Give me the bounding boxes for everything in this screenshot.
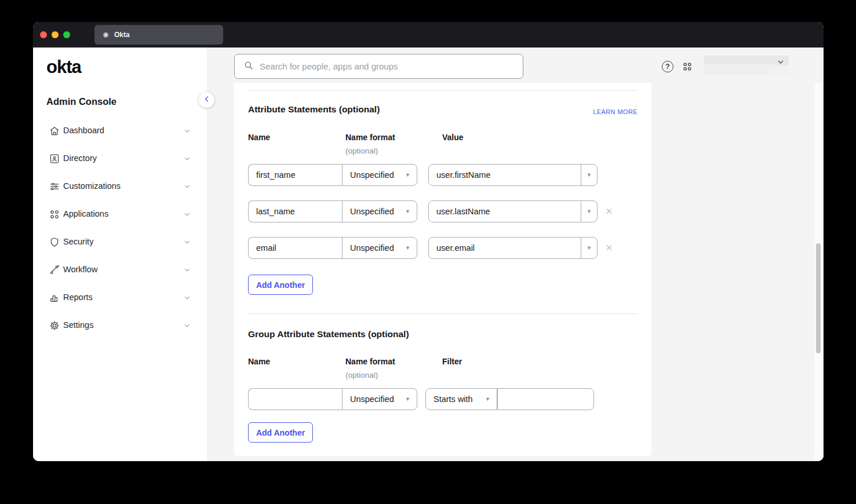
remove-row-icon[interactable]: ✕ <box>603 237 615 259</box>
combobox-arrow-button[interactable]: ▼ <box>581 201 597 222</box>
add-another-attribute-button[interactable]: Add Another <box>248 275 313 295</box>
attribute-row: Unspecified ▼ ▼ ✕ <box>234 237 651 259</box>
chevron-down-icon <box>183 126 192 136</box>
search-input[interactable] <box>260 61 523 71</box>
attribute-value-input[interactable] <box>429 165 581 185</box>
user-menu-chevron-icon[interactable] <box>776 57 785 67</box>
apps-grid-icon[interactable] <box>682 61 693 72</box>
home-icon <box>49 125 60 137</box>
column-header-optional-note: (optional) <box>345 147 378 155</box>
dropdown-arrow-icon: ▼ <box>405 172 410 178</box>
search-icon <box>243 60 254 73</box>
group-attribute-statements-title: Group Attribute Statements (optional) <box>248 329 409 339</box>
sidebar-item-settings[interactable]: Settings <box>33 312 207 339</box>
directory-icon <box>49 153 60 165</box>
sidebar-item-directory[interactable]: Directory <box>33 145 207 173</box>
section-divider <box>248 313 638 314</box>
chevron-down-icon <box>183 182 192 191</box>
name-format-select[interactable]: Unspecified ▼ <box>342 200 417 222</box>
attribute-name-input[interactable] <box>248 237 343 259</box>
dropdown-arrow-icon: ▼ <box>405 209 410 214</box>
redacted-user-detail <box>768 67 789 75</box>
chevron-down-icon <box>183 321 192 330</box>
column-header-value: Value <box>442 133 464 142</box>
sidebar-item-workflow[interactable]: Workflow <box>33 256 207 284</box>
zoom-window-button[interactable] <box>63 31 70 38</box>
add-another-group-attribute-button[interactable]: Add Another <box>248 422 313 443</box>
select-value: Unspecified <box>350 207 394 216</box>
name-format-select[interactable]: Unspecified ▼ <box>342 237 417 259</box>
dropdown-arrow-icon: ▼ <box>405 396 410 402</box>
section-divider <box>248 90 638 91</box>
dropdown-arrow-icon: ▼ <box>405 245 410 251</box>
sidebar-item-label: Dashboard <box>63 126 104 135</box>
dropdown-arrow-icon: ▼ <box>587 245 592 251</box>
name-format-select[interactable]: Unspecified ▼ <box>342 164 417 186</box>
value-combobox[interactable]: ▼ <box>428 164 598 186</box>
chevron-down-icon <box>183 154 192 163</box>
sliders-icon <box>49 181 60 192</box>
combobox-arrow-button[interactable]: ▼ <box>581 238 597 258</box>
dropdown-arrow-icon: ▼ <box>587 209 592 214</box>
help-icon[interactable]: ? <box>662 61 673 72</box>
desktop-background: ✺ Okta okta Admin Console Dashboard <box>0 0 856 504</box>
redacted-user-org <box>704 64 777 75</box>
sidebar-item-label: Workflow <box>63 265 97 274</box>
sidebar-item-label: Applications <box>63 209 108 218</box>
sidebar-item-label: Security <box>63 237 93 246</box>
dropdown-arrow-icon: ▼ <box>587 172 592 178</box>
value-combobox[interactable]: ▼ <box>428 200 598 222</box>
sidebar-item-label: Reports <box>63 293 93 302</box>
sidebar-item-customizations[interactable]: Customizations <box>33 173 207 200</box>
top-header: ? <box>207 48 824 83</box>
sidebar-item-security[interactable]: Security <box>33 228 207 256</box>
okta-logo: okta <box>46 57 81 78</box>
scrollbar-thumb[interactable] <box>816 243 821 353</box>
sidebar: okta Admin Console Dashboard Directory <box>33 48 207 461</box>
learn-more-link[interactable]: LEARN MORE <box>593 108 638 115</box>
collapse-sidebar-button[interactable] <box>199 92 214 108</box>
select-value: Unspecified <box>350 243 394 253</box>
group-attribute-row: Unspecified ▼ Starts with ▼ <box>234 388 651 410</box>
sidebar-item-dashboard[interactable]: Dashboard <box>33 117 207 145</box>
main-area: ? Attribute Stateme <box>207 48 824 461</box>
scrollbar-track[interactable] <box>814 83 822 461</box>
attribute-name-input[interactable] <box>248 164 343 186</box>
chevron-down-icon <box>183 210 192 219</box>
bar-chart-icon <box>49 292 60 304</box>
close-window-button[interactable] <box>40 31 47 38</box>
browser-window: ✺ Okta okta Admin Console Dashboard <box>33 22 824 461</box>
name-format-select[interactable]: Unspecified ▼ <box>342 388 417 410</box>
okta-favicon-icon: ✺ <box>103 31 109 39</box>
filter-value-input[interactable] <box>497 388 594 410</box>
value-combobox[interactable]: ▼ <box>428 237 598 259</box>
gear-icon <box>49 320 60 331</box>
filter-type-select[interactable]: Starts with ▼ <box>425 388 497 410</box>
select-value: Unspecified <box>350 395 394 404</box>
attribute-statements-title: Attribute Statements (optional) <box>248 104 380 115</box>
attribute-row: Unspecified ▼ ▼ <box>234 164 651 186</box>
dropdown-arrow-icon: ▼ <box>485 396 490 402</box>
sidebar-item-applications[interactable]: Applications <box>33 200 207 228</box>
select-value: Unspecified <box>350 170 394 180</box>
attribute-value-input[interactable] <box>429 238 581 258</box>
group-attribute-name-input[interactable] <box>248 388 343 410</box>
combobox-arrow-button[interactable]: ▼ <box>581 165 597 185</box>
sidebar-nav: Dashboard Directory Customizations <box>33 117 207 339</box>
sidebar-item-reports[interactable]: Reports <box>33 284 207 312</box>
column-header-name: Name <box>248 357 270 366</box>
browser-tab[interactable]: ✺ Okta <box>94 25 223 45</box>
global-search[interactable] <box>234 54 523 79</box>
chevron-down-icon <box>183 238 192 247</box>
minimize-window-button[interactable] <box>52 31 59 38</box>
chevron-down-icon <box>183 265 192 275</box>
admin-console-title: Admin Console <box>46 96 116 107</box>
chevron-left-icon <box>203 95 211 105</box>
sidebar-item-label: Customizations <box>63 181 121 191</box>
attribute-name-input[interactable] <box>248 200 343 222</box>
attribute-value-input[interactable] <box>429 201 581 222</box>
column-header-name-format: Name format <box>345 357 395 366</box>
sidebar-item-label: Settings <box>63 320 93 330</box>
remove-row-icon[interactable]: ✕ <box>603 200 615 222</box>
sidebar-item-label: Directory <box>63 154 97 163</box>
